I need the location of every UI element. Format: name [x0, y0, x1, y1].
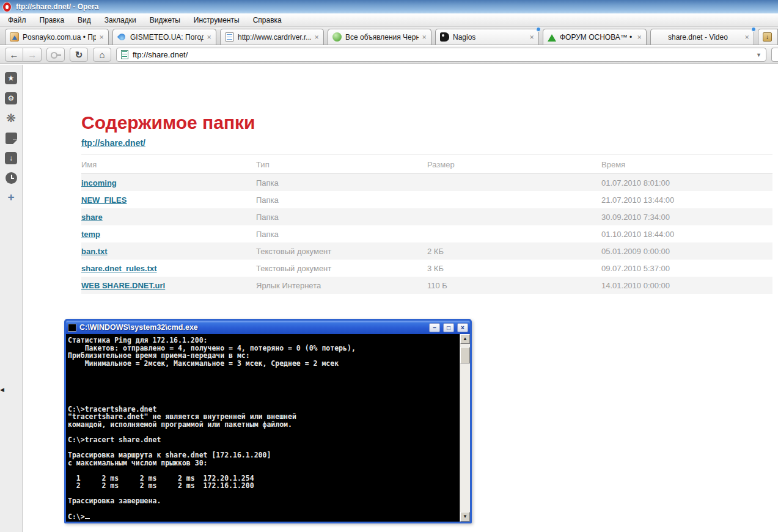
wand-password-button[interactable]: [46, 48, 65, 62]
bookmarks-panel-icon[interactable]: ★: [5, 72, 17, 84]
file-link[interactable]: ban.txt: [81, 247, 108, 256]
file-type: Папка: [256, 230, 427, 239]
file-link[interactable]: incoming: [81, 178, 117, 188]
tab-nagios[interactable]: Nagios ×: [435, 29, 539, 45]
tab-label: Nagios: [453, 33, 526, 42]
forward-button[interactable]: →: [23, 48, 42, 62]
forum-favicon-icon: [548, 34, 556, 42]
console-line: [68, 467, 458, 475]
column-header-size: Размер: [427, 160, 601, 169]
tab-cardriver[interactable]: http://www.cardriver.r... ×: [220, 29, 324, 45]
file-type: Папка: [256, 195, 427, 205]
home-button[interactable]: ⌂: [93, 48, 111, 62]
widgets-panel-icon[interactable]: ⚙: [5, 92, 17, 104]
menu-item-file[interactable]: Файл: [1, 16, 33, 24]
opera-logo-icon: [3, 2, 11, 12]
sidebar-collapse-icon[interactable]: ◀: [0, 387, 4, 393]
address-dropdown-icon[interactable]: ▼: [756, 52, 761, 58]
file-link[interactable]: share.dnet_rules.txt: [81, 264, 157, 273]
tab-unread-dot: [751, 27, 756, 32]
back-button[interactable]: ←: [5, 48, 23, 62]
cmd-app-icon: [68, 324, 76, 332]
cmd-titlebar[interactable]: C:\WINDOWS\system32\cmd.exe – □ ×: [66, 321, 470, 334]
file-link[interactable]: temp: [81, 230, 100, 239]
console-line: Трассировка маршрута к share.dnet [172.1…: [68, 451, 458, 459]
search-field-partial[interactable]: [771, 48, 778, 62]
downloads-panel-icon[interactable]: ↓: [5, 152, 17, 164]
console-line: [68, 367, 458, 375]
ads-board-favicon-icon: [332, 32, 342, 42]
tab-forum-osnova[interactable]: ФОРУМ ОСНОВА™ • П... ×: [543, 29, 647, 45]
scroll-up-icon[interactable]: ▲: [460, 334, 470, 344]
tab-close-icon[interactable]: ×: [637, 32, 642, 42]
cmd-scrollbar[interactable]: ▲ ▼: [460, 334, 470, 522]
console-prompt: C:\>: [68, 512, 85, 521]
cmd-maximize-button[interactable]: □: [443, 323, 454, 332]
tab-close-icon[interactable]: ×: [207, 32, 211, 42]
table-header-row: Имя Тип Размер Время: [81, 155, 772, 174]
unite-panel-icon[interactable]: ❋: [6, 112, 16, 125]
console-line: [68, 375, 458, 383]
tab-label: share.dnet - Video: [668, 33, 741, 42]
column-header-time: Время: [601, 160, 772, 169]
sidebar-panel-strip: ★ ⚙ ❋ ↓ +: [0, 65, 23, 532]
file-size: 110 Б: [427, 281, 601, 290]
table-row: share.dnet_rules.txt Текстовый документ …: [81, 260, 772, 277]
file-link[interactable]: WEB SHARE.DNET.url: [81, 281, 165, 290]
address-toolbar: ← → ↻ ⌂ ftp://share.dnet/ ▼: [0, 46, 778, 64]
tab-posnayko[interactable]: Posnayko.com.ua • Про... ×: [5, 29, 109, 45]
parent-directory-link[interactable]: ftp://share.dnet/: [81, 138, 145, 148]
column-header-name: Имя: [81, 160, 256, 169]
menu-bar: Файл Правка Вид Закладки Виджеты Инструм…: [0, 13, 778, 27]
menu-item-edit[interactable]: Правка: [33, 16, 72, 24]
tab-gismeteo[interactable]: GISMETEO.UA: Погода ... ×: [112, 29, 216, 45]
file-table: Имя Тип Размер Время incoming Папка 01.0…: [81, 155, 772, 294]
cmd-console[interactable]: Статистика Ping для 172.16.1.200: Пакето…: [66, 334, 470, 522]
menu-item-view[interactable]: Вид: [71, 16, 98, 24]
scroll-thumb[interactable]: [460, 347, 470, 363]
window-titlebar[interactable]: ftp://share.dnet/ - Opera: [0, 0, 778, 13]
file-link[interactable]: NEW_FILES: [81, 195, 127, 205]
tab-close-icon[interactable]: ×: [422, 32, 427, 42]
address-url[interactable]: ftp://share.dnet/: [133, 50, 752, 59]
column-header-type: Тип: [256, 160, 427, 169]
tab-close-icon[interactable]: ×: [530, 32, 534, 42]
cmd-minimize-button[interactable]: –: [429, 323, 440, 332]
tab-share-dnet-video[interactable]: share.dnet - Video ×: [650, 29, 754, 45]
menu-item-widgets[interactable]: Виджеты: [143, 16, 187, 24]
cmd-close-button[interactable]: ×: [457, 323, 468, 332]
tab-label: ФОРУМ ОСНОВА™ • П...: [560, 33, 634, 42]
console-line: C:\>tracert share.dnet: [68, 436, 458, 444]
table-row: incoming Папка 01.07.2010 8:01:00: [81, 174, 772, 191]
file-size: 2 КБ: [427, 247, 601, 256]
console-line: с максимальным числом прыжков 30:: [68, 459, 458, 467]
gismeteo-favicon-icon: [117, 32, 127, 42]
menu-item-help[interactable]: Справка: [246, 16, 288, 24]
tab-ads-board[interactable]: Все объявления Черни... ×: [328, 29, 431, 45]
file-link[interactable]: share: [81, 213, 103, 222]
console-line: [68, 382, 458, 390]
reload-button[interactable]: ↻: [70, 48, 88, 62]
tab-close-icon[interactable]: ×: [315, 32, 319, 42]
tab-downloads-partial[interactable]: ↓ 3: [758, 29, 778, 45]
notes-panel-icon[interactable]: [6, 133, 17, 144]
menu-item-tools[interactable]: Инструменты: [187, 16, 246, 24]
table-row: WEB SHARE.DNET.url Ярлык Интернета 110 Б…: [81, 277, 772, 294]
page-document-icon: [121, 50, 128, 59]
address-bar[interactable]: ftp://share.dnet/ ▼: [116, 48, 766, 62]
cmd-window[interactable]: C:\WINDOWS\system32\cmd.exe – □ × Статис…: [64, 319, 472, 523]
file-type: Текстовый документ: [256, 264, 427, 273]
console-cursor: [85, 513, 90, 519]
file-time: 09.07.2010 5:37:00: [601, 264, 772, 273]
console-line: Трассировка завершена.: [68, 497, 458, 505]
scroll-down-icon[interactable]: ▼: [460, 512, 470, 522]
add-panel-icon[interactable]: +: [7, 192, 14, 203]
nav-button-group: ← →: [5, 48, 42, 62]
menu-item-bookmarks[interactable]: Закладки: [98, 16, 143, 24]
history-panel-icon[interactable]: [6, 172, 17, 184]
console-line: [68, 505, 458, 513]
tab-close-icon[interactable]: ×: [745, 32, 749, 42]
tab-close-icon[interactable]: ×: [100, 32, 104, 42]
downloads-favicon-icon: ↓: [763, 32, 772, 42]
tab-unread-dot: [536, 27, 541, 32]
